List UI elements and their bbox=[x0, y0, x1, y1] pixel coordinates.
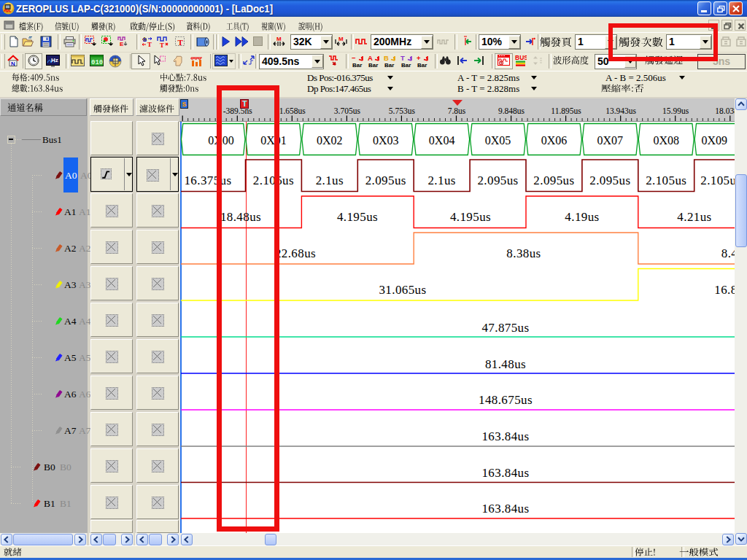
svg-text:010: 010 bbox=[91, 59, 103, 66]
svg-text:Bar: Bar bbox=[368, 62, 378, 68]
svg-text:A: A bbox=[368, 55, 373, 62]
svg-text:BUS: BUS bbox=[515, 55, 527, 61]
svg-text:B: B bbox=[143, 37, 147, 42]
svg-text:T: T bbox=[147, 41, 152, 47]
svg-text:T: T bbox=[178, 38, 184, 47]
svg-text:−: − bbox=[352, 55, 356, 62]
svg-text:B: B bbox=[384, 55, 389, 62]
svg-text:T: T bbox=[400, 55, 405, 62]
svg-text:Bar: Bar bbox=[352, 62, 362, 68]
svg-text:M: M bbox=[338, 36, 344, 42]
svg-text:N: N bbox=[11, 61, 15, 67]
svg-text:Bar: Bar bbox=[384, 62, 394, 68]
svg-text:+: + bbox=[417, 55, 421, 62]
svg-text:M: M bbox=[276, 36, 282, 42]
svg-text:E: E bbox=[120, 41, 124, 47]
svg-text:Hz: Hz bbox=[51, 57, 58, 63]
svg-text:Bar: Bar bbox=[417, 62, 427, 68]
svg-text:Bar: Bar bbox=[401, 62, 411, 68]
svg-text:T: T bbox=[160, 42, 164, 48]
